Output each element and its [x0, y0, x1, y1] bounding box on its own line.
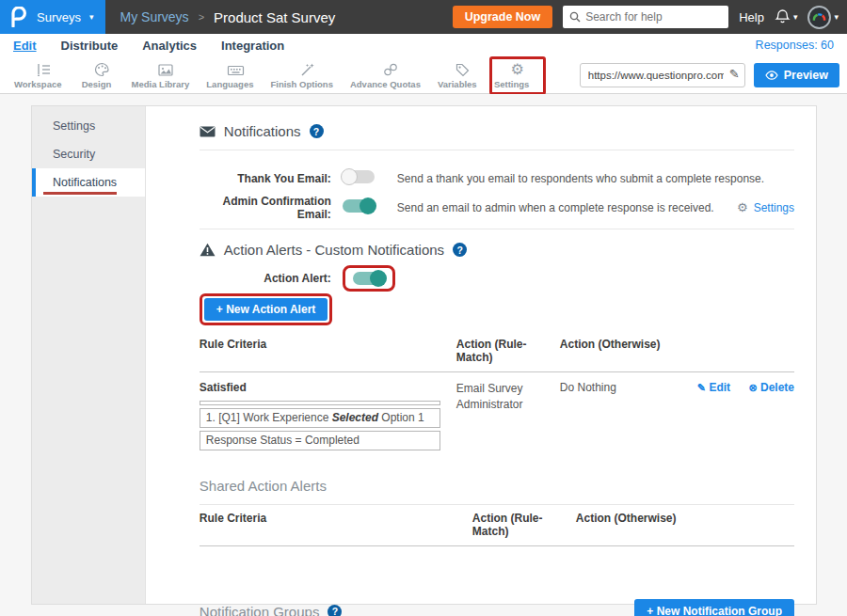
edit-icon: ✎ [697, 382, 706, 393]
breadcrumb-parent[interactable]: My Surveys [120, 9, 189, 24]
notifications-bell[interactable]: ▾ [775, 8, 798, 25]
action-alerts-help-icon[interactable]: ? [453, 243, 467, 257]
toolbar-languages[interactable]: Languages [203, 56, 267, 94]
warning-icon [200, 243, 216, 257]
gear-icon: ⚙ [737, 200, 748, 214]
criteria-box-2: Response Status = Completed [200, 431, 440, 450]
breadcrumb-current: Product Sat Survey [214, 9, 335, 25]
product-menu[interactable]: Surveys ▾ [0, 0, 105, 34]
criteria-status: Satisfied [200, 381, 456, 394]
notifications-title: Notifications [224, 123, 301, 139]
workspace-icon [35, 61, 52, 77]
shared-alerts-title: Shared Action Alerts [200, 478, 327, 494]
toolbar-media-library[interactable]: Media Library [129, 56, 204, 94]
preview-button[interactable]: Preview [754, 63, 839, 87]
palette-icon [94, 61, 110, 77]
annotation-underline-notifications [43, 192, 117, 195]
annotation-box-new-action-alert: + New Action Alert [200, 293, 332, 325]
upgrade-now-button[interactable]: Upgrade Now [453, 6, 553, 28]
notification-groups-title: Notification Groups [200, 604, 320, 616]
sidebar-item-settings[interactable]: Settings [32, 112, 145, 140]
help-search[interactable] [563, 6, 728, 28]
envelope-icon [200, 126, 216, 137]
keyboard-icon [227, 61, 245, 77]
settings-panel: Settings Security Notifications Notifica… [31, 105, 817, 605]
criteria-box-1: 1. [Q1] Work Experience Selected Option … [200, 408, 440, 428]
divider [200, 150, 794, 150]
wand-icon [299, 61, 315, 77]
tab-analytics[interactable]: Analytics [142, 39, 197, 53]
thank-you-email-row: Thank You Email: Send a thank you email … [200, 164, 794, 193]
edit-toolbar: Workspace Design Media Library Languages… [0, 56, 847, 94]
action-alert-row: Satisfied 1. [Q1] Work Experience Select… [200, 372, 794, 453]
survey-url-field[interactable]: ✎ [580, 63, 745, 87]
page-background: Settings Security Notifications Notifica… [0, 94, 847, 616]
annotation-box-action-alert-toggle [343, 265, 395, 292]
delete-icon: ⊗ [748, 382, 757, 393]
new-notification-group-button[interactable]: + New Notification Group [634, 599, 794, 616]
help-link[interactable]: Help [739, 10, 764, 24]
action-alert-label: Action Alert: [200, 272, 343, 285]
tag-icon [455, 61, 471, 77]
thank-you-email-toggle[interactable] [343, 170, 375, 183]
account-menu[interactable]: ▾ [807, 6, 839, 29]
edit-url-pencil-icon[interactable]: ✎ [729, 67, 740, 81]
admin-email-settings-link[interactable]: Settings [754, 201, 794, 214]
tab-edit[interactable]: Edit [13, 39, 37, 53]
bell-icon [775, 8, 791, 25]
chevron-down-icon: ▾ [793, 12, 798, 22]
delete-alert-link[interactable]: ⊗ Delete [748, 381, 794, 394]
questionpro-logo-icon [9, 7, 28, 27]
responses-count[interactable]: Responses: 60 [756, 39, 834, 52]
action-alert-toggle-row: Action Alert: [200, 265, 794, 292]
notifications-help-icon[interactable]: ? [310, 124, 324, 138]
notification-groups-help-icon[interactable]: ? [328, 605, 342, 616]
eye-icon [765, 71, 778, 80]
action-alerts-title: Action Alerts - Custom Notifications [224, 242, 444, 258]
action-alert-toggle[interactable] [353, 272, 385, 285]
chevron-down-icon: ▾ [834, 12, 839, 22]
toolbar-finish-options[interactable]: Finish Options [267, 56, 347, 94]
edit-alert-link[interactable]: ✎ Edit [697, 381, 730, 394]
gear-icon: ⚙ [510, 61, 523, 77]
action-rule-match-cell: Email Survey Administrator [456, 381, 546, 453]
toolbar-workspace[interactable]: Workspace [11, 56, 76, 94]
sidebar-item-notifications[interactable]: Notifications [32, 168, 145, 197]
breadcrumb: My Surveys > Product Sat Survey [120, 9, 336, 25]
shared-alerts-table-header: Rule Criteria Action (Rule-Match) Action… [200, 505, 794, 546]
thank-you-email-label: Thank You Email: [200, 172, 343, 185]
admin-confirmation-email-label: Admin Confirmation Email: [200, 195, 343, 221]
notifications-content: Notifications ? Thank You Email: Send a … [146, 106, 816, 604]
tab-integration[interactable]: Integration [221, 39, 284, 53]
criteria-box-empty [200, 401, 440, 405]
breadcrumb-separator: > [199, 11, 204, 23]
toolbar-settings[interactable]: ⚙ Settings [491, 56, 544, 94]
new-action-alert-button[interactable]: + New Action Alert [204, 298, 328, 321]
avatar [807, 6, 831, 29]
admin-confirmation-email-description: Send an email to admin when a complete r… [397, 201, 794, 214]
toolbar-design[interactable]: Design [76, 56, 129, 94]
search-icon [569, 11, 581, 23]
toolbar-variables[interactable]: Variables [435, 56, 491, 94]
help-search-input[interactable] [585, 10, 722, 24]
chevron-down-icon: ▾ [89, 12, 94, 22]
product-menu-label: Surveys [37, 10, 81, 24]
sidebar-item-security[interactable]: Security [32, 140, 145, 168]
survey-nav: Edit Distribute Analytics Integration Re… [0, 34, 847, 56]
thank-you-email-description: Send a thank you email to respondents wh… [397, 172, 794, 185]
admin-confirmation-email-toggle[interactable] [343, 199, 375, 213]
admin-confirmation-email-row: Admin Confirmation Email: Send an email … [200, 193, 794, 222]
survey-url-input[interactable] [580, 63, 745, 87]
image-icon [157, 61, 174, 77]
action-alerts-table-header: Rule Criteria Action (Rule-Match) Action… [200, 331, 794, 372]
settings-sidebar: Settings Security Notifications [32, 106, 146, 604]
action-otherwise-cell: Do Nothing [560, 381, 682, 453]
tab-distribute[interactable]: Distribute [61, 39, 119, 53]
toolbar-advance-quotas[interactable]: Advance Quotas [347, 56, 435, 94]
divider [200, 229, 794, 229]
chain-links-icon [382, 61, 399, 77]
top-bar: Surveys ▾ My Surveys > Product Sat Surve… [0, 0, 847, 34]
